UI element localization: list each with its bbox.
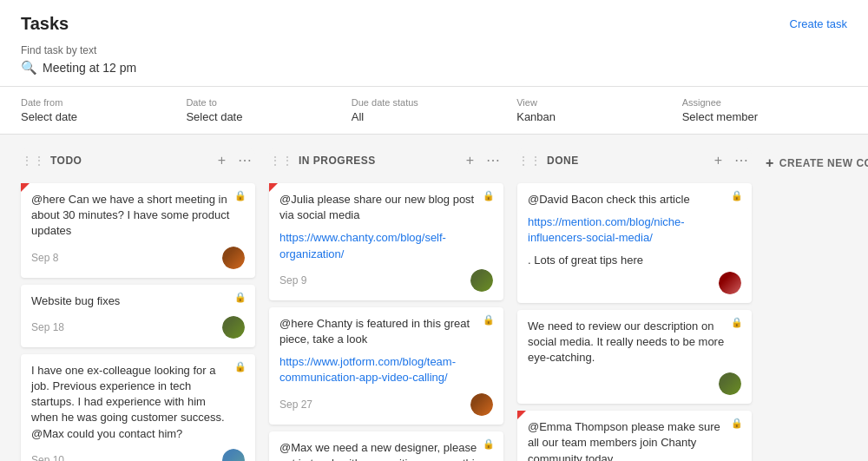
filter-view-label: View [516,97,681,108]
column-todo: ⋮⋮ TODO + ⋯ 🔒@here Can we have a short m… [21,148,255,461]
column-done: ⋮⋮ DONE + ⋯ 🔒@David Bacon check this art… [517,148,752,461]
card-text: I have one ex-colleague looking for a jo… [31,363,245,442]
card-text: Website bug fixes [31,293,245,309]
card-link[interactable]: https://www.jotform.com/blog/team-commun… [279,354,493,385]
lock-icon: 🔒 [234,361,247,372]
avatar-image [719,372,741,395]
card-card-10[interactable]: 🔒@Emma Thompson please make sure all our… [517,411,752,461]
filter-date-from-value[interactable]: Select date [21,110,186,123]
card-link[interactable]: https://www.chanty.com/blog/self-organiz… [279,230,493,261]
column-menu-button-done[interactable]: ⋯ [731,152,752,169]
lock-icon: 🔒 [234,292,247,303]
lock-icon: 🔒 [483,438,495,450]
card-corner-marker [517,411,526,419]
card-link-suffix: . Lots of great tips here [528,254,643,267]
search-label: Find task by text [21,44,847,56]
card-date: Sep 18 [31,321,64,333]
search-row: 🔍 [21,60,847,76]
search-input[interactable] [43,61,216,75]
column-add-button-in-progress[interactable]: + [463,152,477,169]
card-card-6[interactable]: 🔒@here Chanty is featured in this great … [269,307,503,425]
filter-date-from-label: Date from [21,97,186,108]
card-date: Sep 10 [31,454,64,461]
new-column-label: CREATE NEW COLUMN [779,157,868,169]
card-text: @Max we need a new designer, please get … [279,440,493,462]
column-title-in-progress: IN PROGRESS [299,155,457,167]
card-footer: Sep 9 [279,269,493,292]
card-footer: Sep 10 [31,449,245,461]
page-wrapper: Tasks Create task Find task by text 🔍 Da… [0,0,868,461]
drag-icon: ⋮⋮ [517,154,542,168]
filter-date-from: Date from Select date [21,97,186,123]
lock-icon: 🔒 [483,190,495,201]
lock-icon: 🔒 [483,314,495,326]
card-footer [528,272,741,294]
filter-assignee: Assignee Select member [682,97,847,123]
filter-due-date-status-value[interactable]: All [352,110,516,123]
avatar-image [470,269,493,292]
search-section: Find task by text 🔍 [0,41,868,87]
column-menu-button-todo[interactable]: ⋯ [234,152,255,169]
card-footer: Sep 18 [31,316,245,339]
avatar [719,372,741,395]
card-corner-marker [21,183,30,192]
card-text: We need to review our description on soc… [528,319,741,366]
card-text: @Emma Thompson please make sure all our … [528,419,741,461]
create-new-column-button[interactable]: + CREATE NEW COLUMN [766,148,868,178]
page-title: Tasks [21,14,69,34]
column-header-in-progress: ⋮⋮ IN PROGRESS + ⋯ [269,148,503,173]
card-card-9[interactable]: 🔒We need to review our description on so… [517,310,752,405]
card-text: @David Bacon check this article [528,192,741,207]
avatar [222,247,245,269]
column-header-todo: ⋮⋮ TODO + ⋯ [21,148,255,173]
lock-icon: 🔒 [234,190,247,201]
card-card-2[interactable]: 🔒Website bug fixes Sep 18 [21,285,255,347]
card-footer [528,372,741,395]
column-header-done: ⋮⋮ DONE + ⋯ [517,148,752,173]
avatar-image [222,247,245,269]
filter-due-date-status-label: Due date status [352,97,516,108]
page-header: Tasks Create task [0,0,868,41]
drag-icon: ⋮⋮ [269,154,293,168]
card-link-section: https://mention.com/blog/niche-influence… [528,214,741,266]
filter-view-value[interactable]: Kanban [516,110,681,123]
avatar-image [719,272,741,294]
avatar [470,269,493,292]
avatar-image [222,316,245,339]
lock-icon: 🔒 [731,317,743,328]
card-card-7[interactable]: 🔒@Max we need a new designer, please get… [269,431,503,462]
card-corner-marker [269,183,278,192]
column-add-button-todo[interactable]: + [214,152,229,169]
filter-date-to-value[interactable]: Select date [186,110,351,123]
column-add-button-done[interactable]: + [711,152,726,169]
avatar [470,393,493,416]
avatar [222,449,245,461]
card-text: @here Can we have a short meeting in abo… [31,192,245,240]
card-card-8[interactable]: 🔒@David Bacon check this articlehttps://… [517,183,752,303]
kanban-board: ⋮⋮ TODO + ⋯ 🔒@here Can we have a short m… [0,135,868,461]
filter-date-to-label: Date to [186,97,351,108]
avatar [222,316,245,339]
column-in-progress: ⋮⋮ IN PROGRESS + ⋯ 🔒@Julia please share … [269,148,503,461]
card-card-1[interactable]: 🔒@here Can we have a short meeting in ab… [21,183,255,278]
filter-date-to: Date to Select date [186,97,351,123]
card-text: @Julia please share our new blog post vi… [279,192,493,223]
card-footer: Sep 8 [31,247,245,269]
card-date: Sep 9 [279,274,306,286]
card-date: Sep 8 [31,252,58,264]
card-link[interactable]: https://mention.com/blog/niche-influence… [528,214,741,246]
column-menu-button-in-progress[interactable]: ⋯ [483,152,503,169]
filter-assignee-value[interactable]: Select member [682,110,847,123]
column-title-todo: TODO [50,155,209,167]
card-footer: Sep 27 [279,393,493,416]
create-task-button[interactable]: Create task [790,17,847,30]
filter-due-date-status: Due date status All [352,97,516,123]
lock-icon: 🔒 [731,190,743,201]
card-card-5[interactable]: 🔒@Julia please share our new blog post v… [269,183,503,300]
search-icon: 🔍 [21,60,37,76]
card-card-3[interactable]: 🔒I have one ex-colleague looking for a j… [21,354,255,461]
card-date: Sep 27 [279,398,312,411]
plus-icon: + [766,155,774,171]
avatar-image [222,449,245,461]
avatar-image [470,393,493,416]
